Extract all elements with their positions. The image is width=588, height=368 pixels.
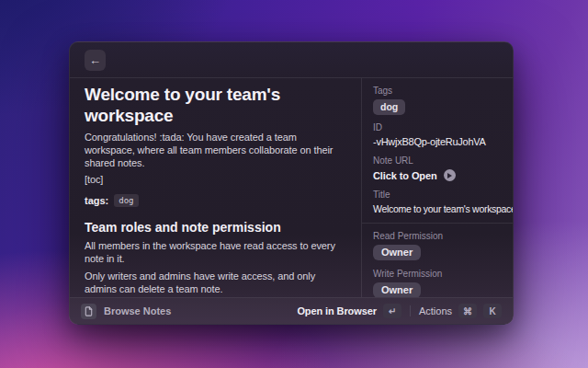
metadata-panel: Tags dog ID -vHwjxB8Qp-ojteRuJohVA Note … xyxy=(362,78,513,297)
note-preview[interactable]: Welcome to your team's workspace Congrat… xyxy=(70,78,361,297)
note-paragraph: Only writers and admins have write acces… xyxy=(85,270,348,295)
meta-title-label: Title xyxy=(373,190,502,201)
note-tags-label: tags: xyxy=(85,195,108,206)
note-paragraph: All members in the workspace have read a… xyxy=(85,239,348,265)
write-permission-label: Write Permission xyxy=(373,269,502,280)
desktop-background: ← Welcome to your team's workspace Congr… xyxy=(0,0,588,368)
window-header: ← xyxy=(70,42,513,77)
read-permission-label: Read Permission xyxy=(373,231,502,242)
note-subheading: Team roles and note permission xyxy=(85,219,348,236)
footer-bar: Browse Notes Open in Browser ↵ Actions ⌘… xyxy=(70,298,513,324)
footer-actions: Open in Browser ↵ Actions ⌘ K xyxy=(297,304,502,318)
meta-tags-label: Tags xyxy=(373,86,502,97)
note-tag-code: dog xyxy=(114,194,138,207)
back-button[interactable]: ← xyxy=(85,50,106,71)
content-area: Welcome to your team's workspace Congrat… xyxy=(70,78,513,297)
meta-id-label: ID xyxy=(373,122,502,133)
note-toc: [toc] xyxy=(85,173,348,186)
command-key-icon: ⌘ xyxy=(458,304,477,318)
meta-title-value: Welcome to your team's workspace xyxy=(373,202,502,215)
raycast-window: ← Welcome to your team's workspace Congr… xyxy=(69,41,514,325)
note-paragraph: Congratulations! :tada: You have created… xyxy=(85,131,348,169)
meta-note-url-label: Note URL xyxy=(373,155,502,167)
open-in-browser-button[interactable]: Open in Browser xyxy=(297,305,377,316)
note-tags-row: tags: dog xyxy=(85,193,348,208)
back-arrow-icon: ← xyxy=(89,53,101,67)
footer-separator xyxy=(410,305,411,316)
write-permission-badge: Owner xyxy=(373,282,421,297)
actions-menu-button[interactable]: Actions xyxy=(419,305,452,316)
meta-tag-badge: dog xyxy=(373,99,405,115)
note-url-open-link[interactable]: Click to Open xyxy=(373,168,502,182)
note-document-icon xyxy=(81,304,96,319)
note-title: Welcome to your team's workspace xyxy=(85,84,348,126)
command-name-label: Browse Notes xyxy=(104,305,171,316)
read-permission-badge: Owner xyxy=(373,245,421,260)
meta-id-value: -vHwjxB8Qp-ojteRuJohVA xyxy=(373,135,502,148)
note-url-open-label: Click to Open xyxy=(373,170,437,181)
open-link-icon xyxy=(444,169,456,181)
metadata-divider xyxy=(362,223,513,224)
return-key-icon: ↵ xyxy=(383,304,401,318)
k-key-icon: K xyxy=(483,304,502,318)
